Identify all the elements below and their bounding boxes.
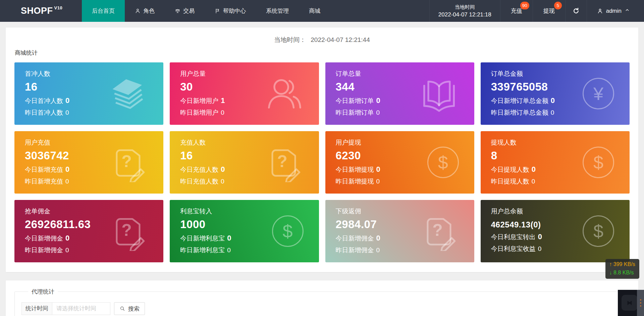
dollar-coin-icon: $ bbox=[583, 215, 614, 247]
widget-handle[interactable] bbox=[637, 290, 644, 316]
dollar-glyph: $ bbox=[583, 215, 614, 247]
nav-item-help-center[interactable]: 帮助中心 bbox=[205, 0, 256, 22]
stat-time-input[interactable] bbox=[52, 302, 110, 315]
recharge-label: 充值 bbox=[511, 7, 522, 15]
dollar-glyph: $ bbox=[427, 147, 459, 178]
stat-card: 首冲人数 16 今日首冲人数0 昨日首冲人数0 bbox=[14, 62, 163, 125]
nav-item-mall[interactable]: 商城 bbox=[299, 0, 330, 22]
stat-row-value: 0 bbox=[65, 247, 69, 254]
nav-item-label: 交易 bbox=[183, 7, 195, 15]
stat-row-value: 0 bbox=[376, 96, 380, 105]
local-time-block: 当地时间 2022-04-07 12:21:18 bbox=[429, 0, 500, 22]
doc-question-icon: ? bbox=[108, 143, 148, 182]
layers-icon bbox=[108, 74, 148, 113]
stat-card-row: 昨日新增提现0 bbox=[336, 177, 474, 186]
stat-row-label: 昨日新增利息宝 bbox=[180, 247, 225, 254]
stat-card: 用户总量 30 今日新增用户1 昨日新增用户0 bbox=[170, 62, 319, 125]
navbar-right: 当地时间 2022-04-07 12:21:18 充值 90 提现 5 admi… bbox=[429, 0, 644, 22]
stat-row-value: 1 bbox=[221, 96, 225, 105]
refresh-button[interactable] bbox=[565, 0, 587, 22]
stat-row-value: 0 bbox=[538, 232, 542, 241]
stat-row-label: 昨日新增用户 bbox=[180, 109, 218, 116]
stat-row-label: 今日利息宝收益 bbox=[491, 245, 536, 252]
stat-row-label: 昨日新增佣金 bbox=[336, 247, 374, 254]
app-logo: SHOPF V10 bbox=[0, 0, 82, 22]
stat-row-label: 今日新增提现 bbox=[336, 166, 374, 173]
stat-row-label: 今日新增用户 bbox=[180, 97, 218, 104]
dollar-coin-icon: $ bbox=[427, 147, 459, 178]
doc-question-icon: ? bbox=[419, 211, 459, 251]
agent-stats-legend: 代理统计 bbox=[28, 288, 58, 296]
stat-row-label: 今日新增订单 bbox=[336, 97, 374, 104]
nav-item-roles[interactable]: 角色 bbox=[125, 0, 165, 22]
nav-item-label: 角色 bbox=[143, 7, 155, 15]
stat-card: 用户提现 6230 今日新增提现0 昨日新增提现0 $ bbox=[325, 131, 474, 194]
withdraw-label: 提现 bbox=[543, 7, 555, 15]
main-local-time: 当地时间：2022-04-07 12:21:44 bbox=[6, 28, 638, 44]
main-time-value: 2022-04-07 12:21:44 bbox=[311, 36, 370, 43]
stat-row-label: 今日新增订单总金额 bbox=[491, 97, 548, 104]
admin-menu[interactable]: admin bbox=[587, 0, 644, 22]
nav-item-trade[interactable]: 交易 bbox=[165, 0, 205, 22]
stat-row-label: 今日新增佣金 bbox=[336, 235, 374, 242]
upload-speed-value: 399 KB/s bbox=[613, 261, 635, 267]
agent-stats-panel: 代理统计 统计时间 搜索 bbox=[6, 280, 638, 316]
user-icon bbox=[135, 8, 141, 14]
floating-corner-widget[interactable] bbox=[618, 290, 644, 316]
stat-card: 订单总量 344 今日新增订单0 昨日新增订单0 bbox=[325, 62, 474, 125]
stat-row-value: 0 bbox=[221, 178, 224, 185]
search-button-label: 搜索 bbox=[128, 305, 140, 313]
dollar-glyph: $ bbox=[272, 215, 304, 247]
stat-row-value: 0 bbox=[65, 109, 69, 116]
search-button[interactable]: 搜索 bbox=[114, 302, 145, 315]
stat-row-label: 今日充值人数 bbox=[180, 166, 218, 173]
nav-item-home[interactable]: 后台首页 bbox=[82, 0, 125, 22]
stat-row-value: 0 bbox=[376, 165, 380, 173]
book-icon bbox=[419, 74, 459, 113]
stat-card-title: 提现人数 bbox=[491, 138, 630, 147]
nav-item-label: 帮助中心 bbox=[223, 7, 246, 15]
stat-row-value: 0 bbox=[65, 96, 69, 105]
handle-dot bbox=[640, 302, 641, 304]
stats-panel: 当地时间：2022-04-07 12:21:44 商城统计 首冲人数 16 今日… bbox=[6, 28, 638, 272]
stat-card: 用户总余额 462549.13(0) 今日利息宝转出0 今日利息宝收益0 $ bbox=[481, 200, 630, 262]
stat-card: 下级返佣 2984.07 今日新增佣金0 昨日新增佣金0 ? bbox=[325, 200, 474, 262]
stat-row-value: 0 bbox=[376, 234, 380, 242]
stat-row-value: 0 bbox=[65, 234, 69, 242]
stat-card: 利息宝转入 1000 今日新增利息宝0 昨日新增利息宝0 $ bbox=[170, 200, 319, 262]
stat-card-row: 昨日新增订单总金额0 bbox=[491, 108, 630, 117]
search-icon bbox=[119, 306, 125, 312]
stat-row-value: 0 bbox=[221, 165, 225, 173]
stat-row-label: 今日首冲人数 bbox=[25, 97, 63, 104]
stat-card-row: 昨日提现人数0 bbox=[491, 177, 630, 186]
main-time-label: 当地时间： bbox=[274, 36, 306, 43]
withdraw-badge: 5 bbox=[554, 2, 562, 9]
local-time-value: 2022-04-07 12:21:18 bbox=[438, 11, 491, 19]
nav-item-system[interactable]: 系统管理 bbox=[256, 0, 299, 22]
doc-question-icon: ? bbox=[264, 143, 304, 182]
download-speed: ↓ 8.8 KB/s bbox=[609, 268, 635, 277]
svg-text:?: ? bbox=[277, 152, 287, 171]
agent-stats-fieldset: 代理统计 统计时间 搜索 bbox=[14, 288, 630, 316]
dollar-glyph: $ bbox=[583, 147, 614, 178]
arrow-up-icon: ↑ bbox=[609, 261, 612, 267]
stat-row-label: 今日新增利息宝 bbox=[180, 235, 225, 242]
withdraw-button[interactable]: 提现 5 bbox=[533, 0, 565, 22]
recharge-button[interactable]: 充值 90 bbox=[500, 0, 533, 22]
stats-grid: 首冲人数 16 今日首冲人数0 昨日首冲人数0 用户总量 30 今日新增用户1 … bbox=[14, 62, 630, 262]
stat-card: 充值人数 16 今日充值人数0 昨日充值人数0 ? bbox=[170, 131, 319, 194]
stat-row-label: 今日新增佣金 bbox=[25, 235, 63, 242]
stat-time-label: 统计时间 bbox=[21, 302, 52, 315]
stat-row-value: 0 bbox=[221, 109, 224, 116]
logo-text: SHOPF bbox=[21, 6, 53, 16]
stat-row-value: 0 bbox=[532, 165, 536, 173]
flag-icon bbox=[215, 8, 220, 14]
nav-item-label: 后台首页 bbox=[92, 7, 115, 15]
stat-row-label: 昨日新增佣金 bbox=[25, 247, 63, 254]
widget-app-icon[interactable] bbox=[622, 295, 637, 311]
stat-row-label: 昨日新增订单总金额 bbox=[491, 109, 548, 116]
stat-card: 提现人数 8 今日提现人数0 昨日提现人数0 $ bbox=[481, 131, 630, 194]
admin-username: admin bbox=[606, 8, 622, 14]
scales-icon bbox=[175, 8, 180, 14]
local-time-label: 当地时间 bbox=[455, 3, 475, 11]
